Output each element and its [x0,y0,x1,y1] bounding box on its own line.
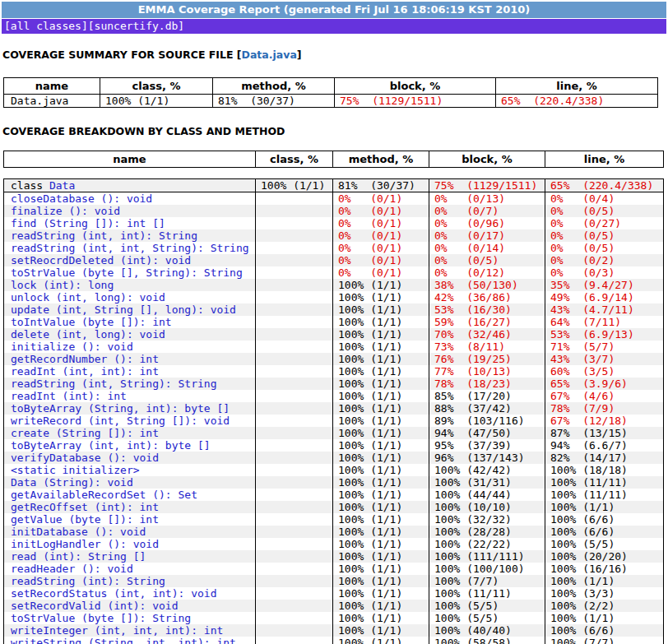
method-link[interactable]: getRecOffset (int): int [11,501,159,513]
source-file-link[interactable]: Data.java [242,49,297,61]
method-link[interactable]: <static initializer> [11,464,140,476]
method-link[interactable]: toByteArray (String, int): byte [] [11,402,230,415]
method-link[interactable]: readString (int, String): String [11,378,216,390]
method-link[interactable]: readString (int, int): String [11,229,197,242]
method-name-cell: toByteArray (String, int): byte [] [4,402,256,415]
method-pct-cell: 100% (1/1) [333,600,429,612]
method-link[interactable]: finalize (): void [11,205,120,217]
class-pct-cell [256,390,333,402]
class-pct-cell [256,501,333,513]
method-name-cell: setReocrdDeleted (int): void [4,254,256,266]
class-pct-cell [256,402,333,415]
line-pct-cell: 0% (0/5) [545,242,664,254]
method-row: closeDatabase (): void0% (0/1)0% (0/13)0… [4,192,664,206]
method-name-cell: initLogHandler (): void [4,538,256,550]
method-link[interactable]: lock (int): long [11,279,114,291]
method-pct-cell: 100% (1/1) [333,353,429,365]
method-pct-cell: 100% (1/1) [333,489,429,501]
method-name-cell: read (int): String [] [4,550,256,563]
method-pct-cell: 100% (1/1) [333,439,429,452]
method-name-cell: getValue (byte []): int [4,513,256,526]
line-pct-cell: 0% (0/4) [545,192,664,206]
method-link[interactable]: getAvailableRecordSet (): Set [11,489,197,501]
method-link[interactable]: find (String []): int [] [11,217,165,229]
method-link[interactable]: readInt (int, int): int [11,365,159,378]
method-link[interactable]: toStrValue (byte [], String): String [11,266,243,279]
method-row: toByteArray (String, int): byte []100% (… [4,402,664,415]
class-pct-cell [256,205,333,217]
method-link[interactable]: create (String []): int [11,427,159,439]
block-pct-cell: 88% (37/42) [429,402,545,415]
block-pct-cell: 77% (10/13) [429,365,545,378]
class-pct-cell [256,637,333,644]
block-pct-cell: 75% (1129/1511) [429,179,545,192]
method-link[interactable]: setRecordStatus (int, int): void [11,587,216,600]
method-name-cell: find (String []): int [] [4,217,256,229]
method-pct-cell: 100% (1/1) [333,513,429,526]
method-name-cell: readHeader (): void [4,563,256,575]
method-link[interactable]: closeDatabase (): void [11,192,152,205]
line-pct-cell: 43% (3/7) [545,353,664,365]
method-name-cell: toStrValue (byte [], String): String [4,266,256,279]
method-pct-cell: 100% (1/1) [333,365,429,378]
method-link[interactable]: writeInteger (int, int, int): int [11,624,223,637]
method-link[interactable]: update (int, String [], long): void [11,303,236,316]
class-pct-cell [256,563,333,575]
block-pct-cell: 100% (11/11) [429,587,545,600]
breakdown-heading: COVERAGE BREAKDOWN BY CLASS AND METHOD [2,125,666,137]
method-name-cell: initialize (): void [4,341,256,353]
line-pct-cell: 100% (20/20) [545,550,664,563]
line-pct-cell: 100% (3/3) [545,587,664,600]
class-pct-cell [256,378,333,390]
summary-heading-prefix: COVERAGE SUMMARY FOR SOURCE FILE [ [2,49,242,61]
method-name-cell: readString (int, int, String): String [4,242,256,254]
nav-link-all-classes[interactable]: [all classes] [4,20,88,32]
class-pct-cell [256,341,333,353]
method-link[interactable]: unlock (int, long): void [11,291,165,303]
method-link[interactable]: Data (String): void [11,476,133,489]
breakdown-col-line: line, % [545,151,664,168]
method-link[interactable]: writeRecord (int, String []): void [11,415,230,427]
summary-line-pct-cell: 65% (220.4/338) [496,95,658,108]
summary-row: Data.java 100% (1/1) 81% (30/37) 75% (11… [4,95,658,108]
method-link[interactable]: read (int): String [] [11,550,146,563]
method-pct-cell: 0% (0/1) [333,242,429,254]
method-link[interactable]: setReocrdDeleted (int): void [11,254,191,266]
block-pct-cell: 70% (32/46) [429,328,545,341]
class-link[interactable]: Data [49,179,75,192]
method-link[interactable]: readString (int): String [11,575,165,587]
method-link[interactable]: readString (int, int, String): String [11,242,249,254]
method-row: getRecordNumber (): int100% (1/1)76% (19… [4,353,664,365]
block-pct-cell: 0% (0/14) [429,242,545,254]
block-pct-cell: 78% (18/23) [429,378,545,390]
method-link[interactable]: initialize (): void [11,341,133,353]
method-link[interactable]: verifyDatabase (): void [11,452,159,464]
method-link[interactable]: delete (int, long): void [11,328,165,341]
class-pct-cell [256,415,333,427]
method-link[interactable]: readHeader (): void [11,563,133,575]
method-row: toStrValue (byte []): String100% (1/1)10… [4,612,664,624]
method-row: readString (int, int, String): String0% … [4,242,664,254]
method-link[interactable]: getRecordNumber (): int [11,353,159,365]
method-link[interactable]: initDatabase (): void [11,526,146,538]
method-link[interactable]: initLogHandler (): void [11,538,159,550]
block-pct-cell: 100% (5/5) [429,600,545,612]
method-link[interactable]: readInt (int): int [11,390,127,402]
nav-bar: [all classes][suncertify.db] [2,19,666,34]
summary-col-line: line, % [496,78,658,95]
method-row: delete (int, long): void100% (1/1)70% (3… [4,328,664,341]
method-link[interactable]: setRecordValid (int): void [11,600,179,612]
method-name-cell: writeInteger (int, int, int): int [4,624,256,637]
block-pct-cell: 100% (44/44) [429,489,545,501]
method-pct-cell: 0% (0/1) [333,266,429,279]
method-link[interactable]: writeString (String, int, int): int [11,637,236,644]
method-name-cell: update (int, String [], long): void [4,303,256,316]
method-link[interactable]: toIntValue (byte []): int [11,316,172,328]
method-link[interactable]: toByteArray (int, int): byte [] [11,439,211,452]
nav-link-package-suncertify-db[interactable]: [suncertify.db] [88,20,184,32]
method-link[interactable]: toStrValue (byte []): String [11,612,191,624]
block-pct-cell: 85% (17/20) [429,390,545,402]
method-name-cell: lock (int): long [4,279,256,291]
method-link[interactable]: getValue (byte []): int [11,513,159,526]
class-pct-cell [256,439,333,452]
